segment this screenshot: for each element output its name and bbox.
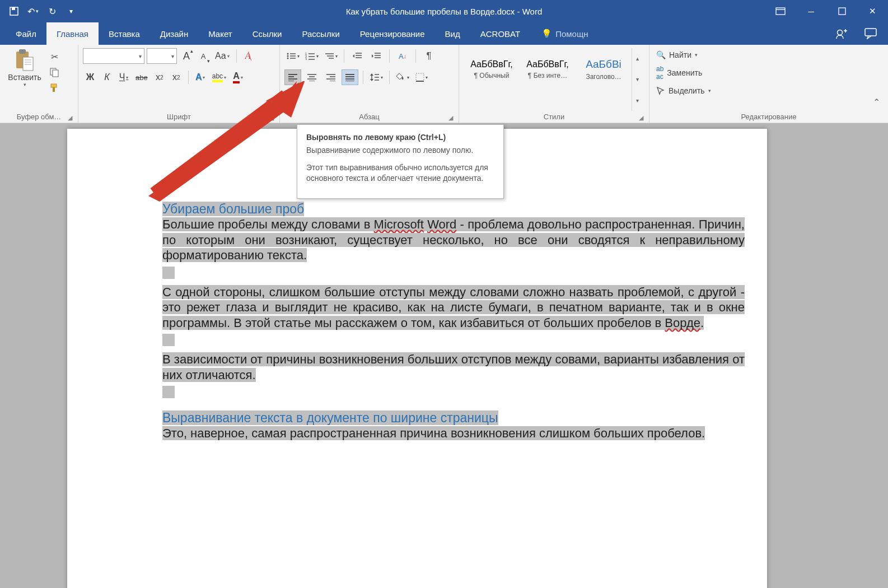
svg-rect-2	[776, 8, 785, 15]
font-size-combo[interactable]: ▾	[147, 48, 177, 64]
sort-button[interactable]: A↓	[394, 48, 411, 64]
svg-point-19	[287, 53, 289, 55]
align-right-button[interactable]	[323, 69, 339, 85]
superscript-button[interactable]: x2	[169, 69, 184, 85]
cut-icon[interactable]: ✂	[48, 50, 60, 63]
svg-point-23	[287, 58, 289, 59]
doc-blank-2[interactable]	[162, 334, 175, 346]
tooltip-align-left: Выровнять по левому краю (Ctrl+L) Выравн…	[297, 124, 504, 199]
styles-gallery-scroll[interactable]: ▴ ▾ ▾	[632, 48, 643, 111]
doc-heading-1[interactable]: Убираем большие проб	[162, 202, 304, 216]
tab-acrobat[interactable]: ACROBAT	[470, 22, 530, 45]
shading-button[interactable]: ▾	[394, 69, 411, 85]
group-editing: 🔍 Найти ▾ abac Заменить Выделить ▾ ⌃	[649, 45, 888, 123]
format-painter-icon[interactable]	[48, 82, 60, 94]
tab-review[interactable]: Рецензирование	[350, 22, 435, 45]
find-button[interactable]: 🔍 Найти ▾	[654, 49, 713, 60]
justify-button[interactable]	[342, 69, 358, 85]
window-title: Как убрать большие пробелы в Ворде.docx …	[346, 7, 542, 16]
styles-group-label: Стили	[544, 113, 564, 121]
styles-scroll-down-icon[interactable]: ▾	[632, 69, 643, 90]
styles-expand-icon[interactable]: ▾	[632, 90, 643, 111]
doc-paragraph-4[interactable]: Это, наверное, самая распространенная пр…	[162, 426, 745, 441]
align-center-button[interactable]	[303, 69, 320, 85]
clipboard-launcher-icon[interactable]: ◢	[68, 114, 72, 122]
increase-indent-button[interactable]	[368, 48, 385, 64]
maximize-icon[interactable]	[826, 0, 857, 22]
tab-mailings[interactable]: Рассылки	[292, 22, 349, 45]
subscript-button[interactable]: x2	[152, 69, 167, 85]
share-icon[interactable]	[835, 27, 848, 40]
numbering-button[interactable]: 123▾	[303, 48, 320, 64]
clear-formatting-button[interactable]: A⧹	[241, 48, 256, 64]
svg-rect-17	[51, 84, 57, 87]
font-color-button[interactable]: A▾	[231, 69, 245, 85]
copy-icon[interactable]	[48, 66, 60, 78]
style-no-spacing[interactable]: АаБбВвГг, ¶ Без инте…	[520, 48, 576, 91]
tooltip-line-1: Выравнивание содержимого по левому полю.	[306, 145, 494, 156]
qat-customize-icon[interactable]: ▾	[63, 3, 80, 20]
strikethrough-button[interactable]: abe	[133, 69, 150, 85]
doc-paragraph-3[interactable]: В зависимости от причины возникновения б…	[162, 352, 745, 382]
doc-blank-3[interactable]	[162, 386, 175, 398]
svg-marker-60	[370, 79, 373, 81]
style-normal[interactable]: АаБбВвГг, ¶ Обычный	[464, 48, 520, 91]
doc-paragraph-2[interactable]: С одной стороны, слишком большие отступы…	[162, 284, 745, 331]
doc-blank-1[interactable]	[162, 267, 175, 279]
bullets-button[interactable]: ▾	[284, 48, 301, 64]
svg-rect-16	[53, 70, 58, 77]
grow-font-button[interactable]: A▴	[179, 48, 194, 64]
styles-launcher-icon[interactable]: ◢	[639, 114, 643, 122]
decrease-indent-button[interactable]	[349, 48, 366, 64]
change-case-button[interactable]: Aa▾	[213, 48, 232, 64]
group-font: ▾ ▾ A▴ A▾ Aa▾ A⧹ Ж К Ч▾ abe x2 x2 A▾	[78, 45, 280, 123]
doc-heading-2[interactable]: Выравнивание текста в документе по ширин…	[162, 410, 498, 425]
paste-label[interactable]: Вставить	[8, 73, 41, 82]
bold-button[interactable]: Ж	[83, 69, 97, 85]
svg-rect-18	[53, 87, 55, 92]
font-launcher-icon[interactable]: ◢	[269, 114, 274, 122]
tell-me[interactable]: 💡 Помощн	[541, 22, 588, 45]
title-bar: ↶▾ ↻ ▾ Как убрать большие пробелы в Ворд…	[0, 0, 888, 22]
borders-button[interactable]: ▾	[413, 69, 430, 85]
ribbon: Вставить ▾ ✂ Буфер обм…◢ ▾ ▾ A▴	[0, 45, 888, 123]
multilevel-list-button[interactable]: ▾	[323, 48, 339, 64]
tab-home[interactable]: Главная	[46, 22, 99, 45]
tab-view[interactable]: Вид	[435, 22, 470, 45]
ribbon-display-icon[interactable]	[765, 0, 796, 22]
style-heading1[interactable]: АаБбВі Заголово…	[576, 48, 632, 91]
text-effects-button[interactable]: A▾	[193, 69, 208, 85]
tab-insert[interactable]: Вставка	[99, 22, 150, 45]
close-icon[interactable]: ✕	[857, 0, 888, 22]
highlight-button[interactable]: abc▾	[210, 69, 228, 85]
paragraph-group-label: Абзац	[359, 113, 379, 121]
select-button[interactable]: Выделить ▾	[654, 85, 713, 96]
paragraph-launcher-icon[interactable]: ◢	[448, 114, 453, 122]
italic-button[interactable]: К	[100, 69, 114, 85]
tab-layout[interactable]: Макет	[198, 22, 242, 45]
svg-rect-1	[12, 7, 15, 10]
undo-icon[interactable]: ↶▾	[25, 3, 41, 20]
group-paragraph: ▾ 123▾ ▾ A↓ ¶ ▾	[280, 45, 459, 123]
collapse-ribbon-icon[interactable]: ⌃	[870, 94, 884, 111]
redo-icon[interactable]: ↻	[44, 3, 60, 20]
styles-scroll-up-icon[interactable]: ▴	[632, 48, 643, 69]
show-marks-button[interactable]: ¶	[420, 48, 437, 64]
tab-design[interactable]: Дизайн	[150, 22, 198, 45]
minimize-icon[interactable]: ─	[796, 0, 826, 22]
shrink-font-button[interactable]: A▾	[196, 48, 211, 64]
underline-button[interactable]: Ч▾	[116, 69, 131, 85]
doc-paragraph-1[interactable]: Большие пробелы между словами в Microsof…	[162, 217, 745, 263]
line-spacing-button[interactable]: ▾	[368, 69, 385, 85]
tab-references[interactable]: Ссылки	[242, 22, 292, 45]
comments-icon[interactable]	[864, 28, 877, 39]
font-name-combo[interactable]: ▾	[83, 48, 144, 64]
save-icon[interactable]	[6, 3, 22, 20]
tab-file[interactable]: Файл	[6, 22, 46, 45]
quick-access-toolbar: ↶▾ ↻ ▾	[0, 3, 85, 20]
align-left-button[interactable]	[284, 69, 301, 85]
clipboard-group-label: Буфер обм…	[17, 113, 62, 121]
replace-button[interactable]: abac Заменить	[654, 64, 713, 82]
paste-icon[interactable]	[14, 48, 35, 72]
paste-dropdown-icon[interactable]: ▾	[24, 82, 26, 87]
